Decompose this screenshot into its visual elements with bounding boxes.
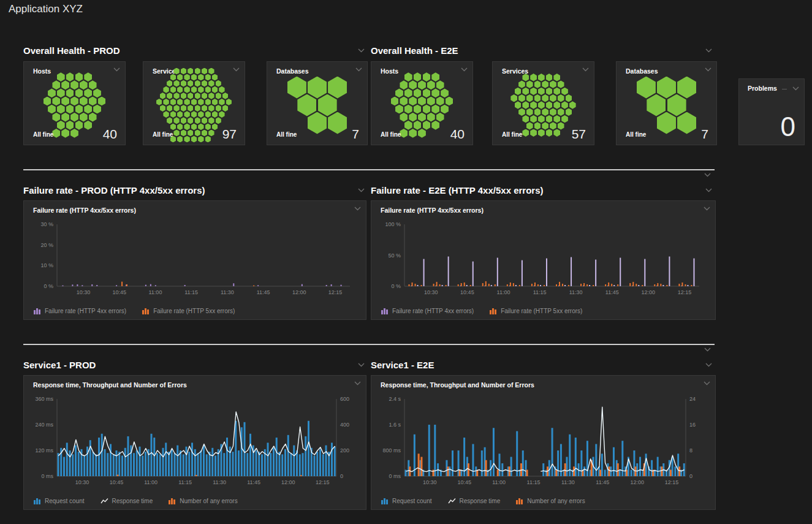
chevron-down-icon[interactable]: [705, 48, 712, 53]
health-hexagon: [173, 130, 179, 137]
chart-tile-service-prod[interactable]: Response time, Throughput and Number of …: [23, 375, 366, 510]
health-hexagon: [546, 129, 553, 137]
health-hexagon: [66, 72, 74, 82]
health-hexagon: [208, 117, 214, 124]
svg-text:11:15: 11:15: [178, 479, 192, 485]
health-hexagon: [431, 105, 439, 114]
svg-text:10:30: 10:30: [77, 289, 91, 295]
chevron-down-icon[interactable]: [792, 86, 799, 91]
legend-item[interactable]: Response time: [101, 498, 153, 504]
health-hexagon: [52, 129, 60, 138]
chevron-down-icon[interactable]: [705, 362, 712, 367]
health-hexagon: [431, 121, 439, 130]
legend-item[interactable]: Response time: [448, 498, 501, 504]
section-header-service-prod[interactable]: Service1 - PROD: [23, 359, 365, 371]
chevron-down-icon[interactable]: [705, 188, 712, 192]
health-hexagon: [216, 80, 221, 87]
health-hexagon: [404, 88, 412, 97]
chevron-down-icon[interactable]: [704, 172, 711, 177]
health-hexagon: [160, 105, 165, 112]
health-hexagon: [400, 80, 408, 89]
chevron-down-icon[interactable]: [704, 67, 711, 72]
health-hexagon: [427, 97, 435, 106]
svg-text:11:15: 11:15: [527, 479, 541, 485]
section-header-failure-prod[interactable]: Failure rate - PROD (HTTP 4xx/5xx errors…: [23, 184, 365, 196]
chevron-down-icon[interactable]: [354, 206, 361, 211]
divider-dash: [782, 89, 787, 89]
svg-text:11:30: 11:30: [569, 289, 583, 295]
health-hexagon: [57, 121, 65, 130]
chart-tile-failure-prod[interactable]: Failure rate (HTTP 4xx/5xx errors) 30 %2…: [23, 200, 366, 320]
chevron-down-icon[interactable]: [354, 381, 361, 385]
health-hexagon: [530, 101, 537, 108]
problems-tile[interactable]: Problems 0: [738, 78, 805, 145]
health-hexagon: [216, 93, 221, 99]
chevron-down-icon[interactable]: [355, 67, 362, 72]
chevron-down-icon[interactable]: [113, 67, 120, 72]
section-header-overall-prod[interactable]: Overall Health - PROD: [23, 44, 365, 56]
legend-item[interactable]: Failure rate (HTTP 4xx errors): [381, 308, 474, 314]
health-hexagon: [219, 99, 224, 105]
health-tile-hosts-prod[interactable]: Hosts All fine 40: [23, 61, 126, 145]
health-hexagon: [66, 105, 74, 114]
health-hexagon: [522, 115, 529, 123]
health-hexagon: [318, 94, 337, 116]
health-hexagon: [418, 80, 426, 89]
health-hexagon: [48, 105, 56, 114]
legend-item[interactable]: Failure rate (HTTP 5xx errors): [142, 308, 235, 314]
health-hexagon: [177, 86, 183, 93]
chevron-down-icon[interactable]: [357, 188, 365, 192]
chart-tile-service-e2e[interactable]: Response time, Throughput and Number of …: [371, 375, 716, 510]
legend-item[interactable]: Request count: [381, 498, 432, 504]
svg-text:16: 16: [689, 422, 696, 428]
chevron-down-icon[interactable]: [232, 67, 240, 72]
legend-item[interactable]: Number of any errors: [516, 498, 585, 504]
health-hexagon: [423, 72, 431, 82]
health-hexagon: [409, 80, 417, 89]
health-hexagon: [526, 108, 533, 116]
svg-text:12:15: 12:15: [665, 479, 679, 485]
health-tile-services-e2e[interactable]: Services All fine 57: [492, 61, 594, 145]
health-hexagon: [177, 74, 183, 81]
health-hexagon: [52, 80, 60, 89]
health-hexagon: [57, 72, 65, 82]
chevron-down-icon[interactable]: [357, 362, 365, 367]
health-hexagon: [212, 111, 218, 118]
chevron-down-icon[interactable]: [582, 67, 589, 72]
svg-text:24: 24: [689, 396, 696, 402]
chevron-down-icon[interactable]: [460, 67, 468, 72]
health-tile-services-prod[interactable]: Services All fine 97: [143, 61, 245, 145]
tile-status: All fine: [153, 131, 173, 138]
health-hexagon: [558, 108, 564, 116]
chart-legend: Failure rate (HTTP 4xx errors)Failure ra…: [381, 308, 582, 314]
chart-plot-area: 360 ms240 ms120 ms0 ms600400200010:3010:…: [29, 392, 361, 490]
health-tile-databases-e2e[interactable]: Databases All fine 7: [616, 61, 717, 145]
legend-item[interactable]: Failure rate (HTTP 5xx errors): [490, 308, 582, 314]
legend-item[interactable]: Request count: [34, 498, 85, 504]
health-hexagon: [553, 88, 560, 95]
chevron-down-icon[interactable]: [704, 347, 711, 352]
section-header-service-e2e[interactable]: Service1 - E2E: [371, 359, 712, 371]
chevron-down-icon[interactable]: [703, 381, 710, 385]
health-hexagon: [195, 105, 200, 112]
section-header-overall-e2e[interactable]: Overall Health - E2E: [371, 44, 712, 56]
svg-text:10:45: 10:45: [457, 479, 471, 485]
chevron-down-icon[interactable]: [357, 48, 365, 53]
health-hexagon: [515, 88, 522, 95]
health-hexagon: [188, 80, 193, 87]
chevron-down-icon[interactable]: [703, 206, 710, 211]
chart-tile-failure-e2e[interactable]: Failure rate (HTTP 4xx/5xx errors) 100 %…: [371, 200, 716, 320]
health-tile-hosts-e2e[interactable]: Hosts All fine 40: [371, 61, 473, 145]
health-hexagon: [538, 115, 545, 123]
chart-plot-area: 2.4 s1.6 s800 ms0 ms24168010:3010:4511:0…: [376, 392, 710, 490]
svg-text:11:00: 11:00: [144, 479, 157, 485]
legend-item[interactable]: Number of any errors: [169, 498, 237, 504]
legend-item[interactable]: Failure rate (HTTP 4xx errors): [34, 308, 126, 314]
health-tile-databases-prod[interactable]: Databases All fine 7: [267, 61, 368, 145]
health-hexagon: [177, 123, 183, 130]
health-hexagon: [84, 105, 92, 114]
health-hexagon: [198, 111, 203, 118]
health-hexagon: [198, 99, 203, 105]
health-hexagon: [191, 86, 197, 93]
section-header-failure-e2e[interactable]: Failure rate - E2E (HTTP 4xx/5xx errors): [371, 184, 712, 196]
